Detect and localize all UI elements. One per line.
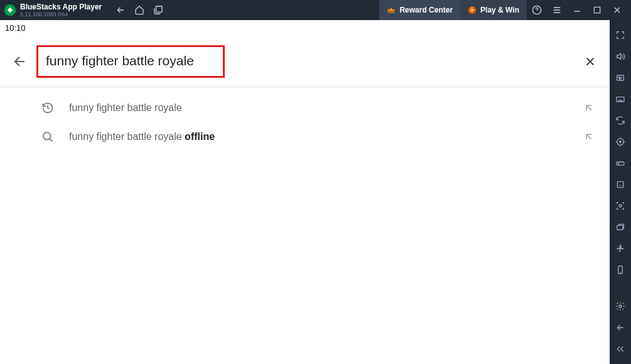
svg-point-5 (43, 132, 51, 140)
nav-tabs-icon[interactable] (153, 5, 163, 15)
android-statusbar: 10:10 (0, 20, 610, 35)
fill-arrow-icon[interactable] (583, 102, 595, 114)
collapse-back-icon[interactable] (610, 318, 631, 338)
airplane-icon[interactable] (610, 238, 631, 259)
search-bar (0, 35, 610, 87)
svg-rect-1 (156, 6, 162, 12)
collapse-sidebar-icon[interactable] (610, 339, 631, 359)
keyboard-icon[interactable] (610, 89, 631, 109)
titlebar: BlueStacks App Player 5.11.100.1063 P64 … (0, 0, 631, 20)
settings-icon[interactable] (610, 296, 631, 316)
app-title: BlueStacks App Player (20, 3, 102, 11)
svg-point-9 (620, 141, 622, 143)
reward-label: Reward Center (399, 6, 453, 14)
svg-point-12 (619, 205, 622, 207)
location-icon[interactable] (610, 132, 631, 152)
fullscreen-icon[interactable] (610, 25, 631, 45)
statusbar-time: 10:10 (5, 23, 26, 33)
clear-search-button[interactable] (578, 55, 602, 68)
app-logo-group: BlueStacks App Player 5.11.100.1063 P64 (4, 3, 102, 18)
apk-icon[interactable] (610, 174, 631, 195)
device-icon[interactable] (610, 260, 631, 280)
search-highlight-box (36, 45, 225, 78)
close-icon[interactable] (607, 0, 627, 20)
help-icon[interactable] (527, 0, 547, 20)
multi-instance-icon[interactable] (610, 217, 631, 237)
lock-cursor-icon[interactable] (610, 68, 631, 88)
nav-back-icon[interactable] (116, 5, 126, 15)
maximize-icon[interactable] (587, 0, 607, 20)
app-version: 5.11.100.1063 P64 (20, 12, 102, 18)
search-input[interactable] (42, 50, 217, 72)
content-area: 10:10 f (0, 20, 610, 364)
suggestion-item[interactable]: funny fighter battle royale (0, 94, 610, 122)
search-back-button[interactable] (11, 53, 29, 70)
playwin-label: Play & Win (480, 6, 519, 14)
crown-icon (387, 6, 396, 14)
svg-rect-13 (617, 225, 623, 230)
svg-point-15 (619, 305, 622, 308)
play-badge-icon (468, 6, 477, 14)
nav-home-icon[interactable] (134, 5, 144, 15)
reward-center-button[interactable]: Reward Center (379, 0, 460, 20)
volume-icon[interactable] (610, 46, 631, 67)
suggestion-item[interactable]: funny fighter battle royale offline (0, 122, 610, 151)
menu-icon[interactable] (547, 0, 567, 20)
svg-rect-11 (617, 181, 623, 187)
screenshot-icon[interactable] (610, 196, 631, 216)
bluestacks-logo-icon (4, 4, 16, 16)
sync-icon[interactable] (610, 110, 631, 131)
gamepad-icon[interactable] (610, 153, 631, 173)
history-icon (41, 102, 54, 114)
search-icon (41, 131, 54, 143)
suggestion-text: funny fighter battle royale offline (69, 131, 566, 142)
suggestion-text: funny fighter battle royale (69, 102, 566, 114)
right-sidebar (610, 20, 631, 364)
search-suggestions: funny fighter battle royale funny fighte… (0, 87, 610, 158)
play-win-button[interactable]: Play & Win (460, 0, 527, 20)
minimize-icon[interactable] (567, 0, 587, 20)
svg-rect-4 (594, 7, 600, 13)
svg-rect-7 (617, 97, 624, 102)
svg-rect-10 (617, 162, 624, 165)
fill-arrow-icon[interactable] (583, 131, 595, 142)
